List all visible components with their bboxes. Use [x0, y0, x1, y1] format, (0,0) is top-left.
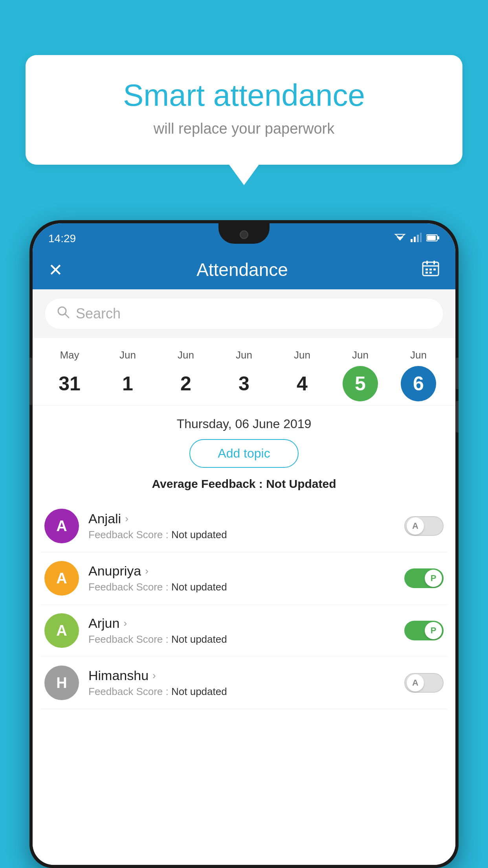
feedback-value-2: Not updated: [171, 633, 227, 645]
avg-feedback-value: Not Updated: [266, 477, 336, 490]
feedback-score-1: Feedback Score : Not updated: [88, 581, 395, 593]
svg-rect-5: [420, 233, 422, 242]
svg-rect-12: [433, 261, 435, 265]
student-list: AAnjali ›Feedback Score : Not updatedAAA…: [33, 500, 455, 709]
toggle-container-0[interactable]: A: [404, 516, 444, 536]
search-container: Search: [33, 289, 455, 338]
power-button[interactable]: [456, 401, 459, 432]
student-info-0: Anjali ›Feedback Score : Not updated: [88, 511, 395, 541]
student-item-3[interactable]: HHimanshu ›Feedback Score : Not updatedA: [40, 657, 448, 709]
svg-rect-15: [433, 268, 436, 270]
volume-down-button[interactable]: [456, 358, 459, 389]
wifi-icon: [394, 233, 406, 245]
calendar-day-2[interactable]: Jun2: [168, 349, 204, 401]
add-topic-button[interactable]: Add topic: [189, 439, 298, 468]
cal-month-label: Jun: [178, 349, 194, 361]
cal-month-label: Jun: [236, 349, 252, 361]
speech-bubble-container: Smart attendance will replace your paper…: [26, 55, 462, 165]
svg-rect-14: [429, 268, 432, 270]
chevron-icon: ›: [145, 565, 149, 577]
selected-date-label: Thursday, 06 June 2019: [33, 406, 455, 439]
student-item-1[interactable]: AAnupriya ›Feedback Score : Not updatedP: [40, 552, 448, 605]
toggle-knob-1: P: [425, 570, 442, 587]
signal-icon: [411, 233, 422, 245]
speech-bubble: Smart attendance will replace your paper…: [26, 55, 462, 165]
content-area: Search May31Jun1Jun2Jun3Jun4Jun5Jun6 Thu…: [33, 289, 455, 865]
attendance-toggle-1[interactable]: P: [404, 568, 444, 588]
calendar-day-0[interactable]: May31: [52, 349, 87, 401]
cal-date-label: 1: [110, 366, 145, 401]
student-info-3: Himanshu ›Feedback Score : Not updated: [88, 668, 395, 698]
svg-rect-4: [417, 235, 419, 242]
feedback-score-0: Feedback Score : Not updated: [88, 529, 395, 541]
volume-up-button[interactable]: [29, 358, 32, 405]
cal-month-label: Jun: [352, 349, 369, 361]
attendance-toggle-3[interactable]: A: [404, 673, 444, 693]
toggle-knob-3: A: [407, 674, 424, 691]
student-item-0[interactable]: AAnjali ›Feedback Score : Not updatedA: [40, 500, 448, 552]
phone-screen: 14:29: [33, 223, 455, 865]
chevron-icon: ›: [123, 617, 127, 629]
attendance-toggle-2[interactable]: P: [404, 621, 444, 640]
feedback-score-3: Feedback Score : Not updated: [88, 686, 395, 698]
calendar-row: May31Jun1Jun2Jun3Jun4Jun5Jun6: [33, 338, 455, 406]
student-avatar-1: A: [44, 561, 79, 596]
cal-date-label: 3: [226, 366, 262, 401]
calendar-day-1[interactable]: Jun1: [110, 349, 145, 401]
toggle-knob-0: A: [407, 517, 424, 535]
feedback-value-0: Not updated: [171, 529, 227, 541]
student-name-0: Anjali ›: [88, 511, 395, 526]
avg-feedback-prefix: Average Feedback :: [152, 477, 266, 490]
svg-line-19: [65, 314, 69, 318]
svg-rect-16: [426, 272, 428, 274]
cal-date-label: 4: [284, 366, 320, 401]
toggle-container-1[interactable]: P: [404, 568, 444, 588]
calendar-day-6[interactable]: Jun6: [401, 349, 436, 401]
student-item-2[interactable]: AArjun ›Feedback Score : Not updatedP: [40, 605, 448, 657]
cal-date-label: 31: [52, 366, 87, 401]
toggle-container-2[interactable]: P: [404, 621, 444, 640]
search-icon: [57, 305, 70, 322]
cal-date-label: 5: [343, 366, 378, 401]
student-avatar-0: A: [44, 509, 79, 543]
svg-rect-10: [423, 265, 438, 267]
student-name-2: Arjun ›: [88, 616, 395, 631]
student-avatar-2: A: [44, 613, 79, 648]
avg-feedback: Average Feedback : Not Updated: [33, 477, 455, 500]
cal-month-label: Jun: [410, 349, 427, 361]
close-button[interactable]: ✕: [48, 260, 63, 280]
feedback-value-1: Not updated: [171, 581, 227, 593]
cal-month-label: Jun: [294, 349, 310, 361]
header-title: Attendance: [196, 259, 288, 280]
bubble-title: Smart attendance: [57, 79, 431, 112]
battery-icon: [426, 233, 440, 244]
calendar-day-5[interactable]: Jun5: [343, 349, 378, 401]
chevron-icon: ›: [125, 513, 128, 525]
cal-date-label: 2: [168, 366, 204, 401]
calendar-day-4[interactable]: Jun4: [284, 349, 320, 401]
student-name-1: Anupriya ›: [88, 563, 395, 579]
status-time: 14:29: [48, 232, 76, 245]
search-bar[interactable]: Search: [44, 298, 444, 329]
search-input[interactable]: Search: [76, 305, 121, 322]
toggle-knob-2: P: [425, 622, 442, 639]
svg-rect-11: [426, 261, 428, 265]
bubble-subtitle: will replace your paperwork: [57, 120, 431, 137]
camera-icon: [240, 230, 248, 239]
svg-rect-8: [427, 235, 436, 240]
phone-frame: 14:29: [29, 220, 459, 868]
cal-month-label: May: [60, 349, 79, 361]
calendar-button[interactable]: [422, 259, 440, 281]
svg-rect-2: [411, 239, 413, 242]
phone-notch: [218, 223, 270, 244]
toggle-container-3[interactable]: A: [404, 673, 444, 693]
svg-rect-7: [438, 236, 439, 239]
student-name-3: Himanshu ›: [88, 668, 395, 683]
calendar-day-3[interactable]: Jun3: [226, 349, 262, 401]
svg-rect-17: [429, 272, 432, 274]
student-avatar-3: H: [44, 666, 79, 700]
app-header: ✕ Attendance: [33, 250, 455, 289]
svg-rect-13: [426, 268, 428, 270]
feedback-score-2: Feedback Score : Not updated: [88, 633, 395, 645]
attendance-toggle-0[interactable]: A: [404, 516, 444, 536]
